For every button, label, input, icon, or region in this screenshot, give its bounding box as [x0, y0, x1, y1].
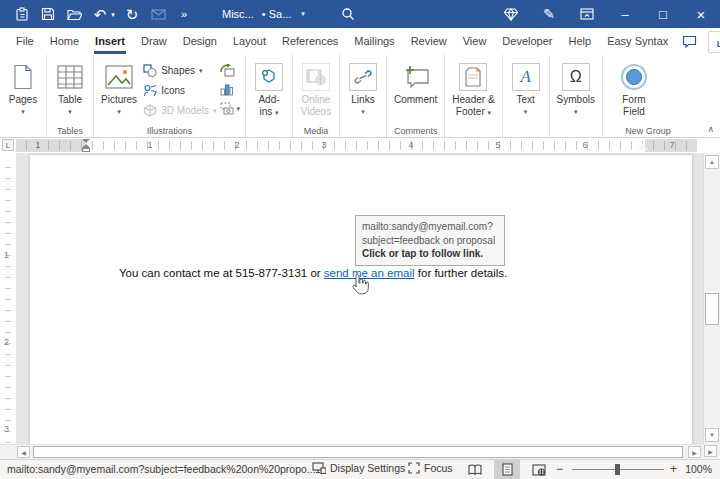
zoom-out-button[interactable]: − [556, 462, 563, 476]
undo-dropdown-icon[interactable]: ▾ [108, 2, 118, 26]
text-button[interactable]: A Text ▾ [506, 58, 546, 117]
group-new-group: Form Field New Group ∧ [603, 55, 720, 137]
ruler-number: 6 [582, 139, 587, 152]
tab-review[interactable]: Review [403, 28, 455, 55]
tab-layout[interactable]: Layout [225, 28, 274, 55]
tab-home[interactable]: Home [42, 28, 87, 55]
share-icon[interactable]: ▾ [708, 31, 720, 53]
tooltip-line-1: mailto:sandy@myemail.com? [362, 220, 498, 234]
vertical-ruler[interactable]: 1 2 3 [0, 153, 16, 444]
text-chevron-icon: ▾ [524, 108, 528, 115]
qat-overflow-icon[interactable]: » [172, 2, 196, 26]
focus-icon [408, 462, 420, 474]
group-label-tables: Tables [47, 126, 93, 136]
horizontal-scroll-thumb[interactable] [33, 446, 683, 458]
pen-icon[interactable]: ✎ [530, 0, 568, 28]
horizontal-ruler[interactable]: 1 1 2 3 4 5 6 7 [16, 139, 697, 152]
header-footer-button[interactable]: Header & Footer ▾ [448, 58, 498, 120]
email-icon [146, 2, 170, 26]
document-page[interactable]: mailto:sandy@myemail.com? subject=feedba… [30, 155, 692, 444]
tab-draw[interactable]: Draw [133, 28, 175, 55]
redo-icon[interactable]: ↻ [120, 2, 144, 26]
ruler-number: 2 [234, 139, 239, 152]
addins-chevron-icon: ▾ [275, 109, 279, 116]
table-button[interactable]: Table ▾ [50, 58, 90, 117]
right-indent-marker[interactable] [638, 143, 648, 150]
vertical-scroll-thumb[interactable] [705, 293, 719, 325]
email-hyperlink[interactable]: send me an email [324, 267, 415, 279]
zoom-slider-thumb[interactable] [615, 464, 620, 475]
save-icon[interactable] [36, 2, 60, 26]
group-media: Online Videos Media [293, 55, 340, 137]
text-before-link: You can contact me at 515-877-3131 or [119, 267, 324, 279]
ribbon-display-options-icon[interactable] [568, 0, 606, 28]
read-mode-button[interactable] [462, 460, 488, 479]
maximize-button[interactable]: □ [644, 0, 682, 28]
scroll-right-icon[interactable]: ▶ [688, 446, 701, 458]
web-layout-button[interactable] [526, 460, 552, 479]
minimize-button[interactable]: – [606, 0, 644, 28]
smartart-icon[interactable] [220, 63, 240, 78]
display-settings-button[interactable]: Display Settings [312, 462, 405, 474]
form-field-button[interactable]: Form Field [614, 58, 654, 120]
zoom-in-button[interactable]: + [670, 462, 677, 476]
comment-icon [403, 62, 429, 92]
group-text: A Text ▾ [503, 55, 550, 137]
ruler-number: 3 [4, 424, 9, 434]
comment-button[interactable]: Comment [390, 58, 441, 108]
tab-selector[interactable]: L [2, 139, 14, 151]
pages-button[interactable]: Pages ▾ [3, 58, 43, 117]
pages-icon [12, 62, 34, 92]
addins-icon [255, 63, 283, 91]
tab-easy-syntax[interactable]: Easy Syntax [599, 28, 676, 55]
pictures-button[interactable]: Pictures ▾ [97, 58, 141, 117]
tab-references[interactable]: References [274, 28, 346, 55]
illustrations-stack: Shapes ▾ Icons 3D Models ▾ [141, 58, 218, 123]
close-button[interactable]: × [682, 0, 720, 28]
screenshot-icon[interactable]: ▾ [220, 101, 240, 116]
vertical-scrollbar[interactable]: ▲ ▼ [703, 153, 720, 444]
search-icon[interactable] [341, 7, 355, 21]
web-layout-icon [532, 464, 546, 476]
scroll-right-edge-icon[interactable]: ▶ [704, 445, 717, 457]
tab-insert[interactable]: Insert [87, 28, 133, 55]
tab-mailings[interactable]: Mailings [346, 28, 402, 55]
clipboard-icon[interactable] [10, 2, 34, 26]
tab-view[interactable]: View [455, 28, 495, 55]
comments-pane-icon[interactable] [676, 31, 702, 53]
horizontal-ruler-row: L 1 1 2 3 4 5 6 7 [0, 138, 703, 153]
gem-icon[interactable] [492, 0, 530, 28]
ruler-number: 1 [35, 139, 40, 152]
symbols-button[interactable]: Ω Symbols ▾ [553, 58, 599, 117]
addins-button[interactable]: Add- ins ▾ [249, 58, 289, 120]
tab-file[interactable]: File [8, 28, 42, 55]
table-chevron-icon: ▾ [68, 108, 72, 115]
tooltip-line-2: subject=feedback on proposal [362, 234, 498, 248]
zoom-level[interactable]: 100% [685, 463, 712, 475]
shapes-button[interactable]: Shapes ▾ [143, 62, 216, 79]
collapse-ribbon-icon[interactable]: ∧ [707, 124, 714, 134]
open-folder-icon[interactable] [62, 2, 86, 26]
title-chevron-icon: ▾ [301, 10, 305, 18]
print-layout-button[interactable] [494, 460, 520, 479]
links-chevron-icon: ▾ [361, 108, 365, 115]
document-title[interactable]: Misc... • Sa... ▾ [222, 8, 305, 20]
focus-button[interactable]: Focus [408, 462, 453, 474]
symbols-icon: Ω [562, 63, 590, 91]
tab-developer[interactable]: Developer [494, 28, 560, 55]
hyperlink-tooltip: mailto:sandy@myemail.com? subject=feedba… [355, 215, 505, 266]
document-area: mailto:sandy@myemail.com? subject=feedba… [0, 153, 703, 444]
pages-chevron-icon: ▾ [21, 108, 25, 115]
horizontal-scrollbar[interactable]: ◀ ▶ [0, 444, 703, 459]
ruler-number: 1 [147, 139, 152, 152]
links-button[interactable]: Links ▾ [343, 58, 383, 117]
chart-icon[interactable] [220, 82, 240, 97]
tab-help[interactable]: Help [561, 28, 600, 55]
tab-design[interactable]: Design [175, 28, 225, 55]
scroll-down-icon[interactable]: ▼ [705, 428, 719, 442]
read-mode-icon [468, 464, 482, 475]
scroll-up-icon[interactable]: ▲ [705, 155, 719, 169]
scroll-left-icon[interactable]: ◀ [17, 446, 30, 458]
left-indent-marker[interactable] [82, 139, 90, 152]
icons-button[interactable]: Icons [143, 82, 216, 99]
